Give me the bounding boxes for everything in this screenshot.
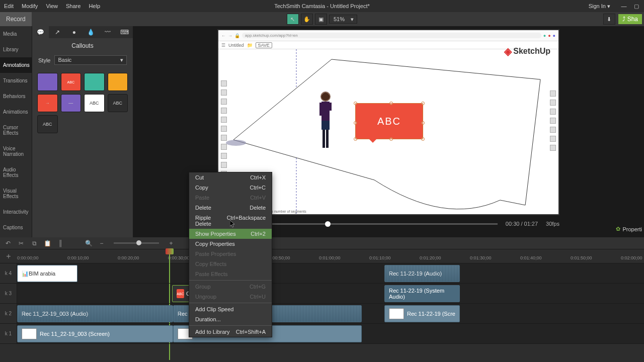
callout-thumb[interactable] [37,73,58,91]
cut-icon[interactable]: ✂ [17,240,25,247]
sidebar-item-voice-narration[interactable]: Voice Narration [0,141,32,162]
address-bar: app.sketchup.com/app?hl=en [242,33,541,38]
tab-callouts-icon[interactable]: 💬 [32,26,49,38]
menubar: Edit Modify View Share Help TechSmith Ca… [0,0,644,12]
sidebar-item-captions[interactable]: Captions [0,220,32,235]
sidebar: Media Library Annotations Transitions Be… [0,26,32,237]
svg-rect-4 [321,121,330,130]
tab-sketch-icon[interactable]: 〰 [99,26,116,38]
track-head[interactable]: k 4 [0,263,17,283]
callout-thumb[interactable]: → [37,94,58,112]
menu-share[interactable]: Share [66,3,80,9]
ctx-paste: PasteCtrl+V [189,193,272,203]
ctx-ungroup: UngroupCtrl+U [189,292,272,302]
annotations-panel: 💬 ↗ ● 💧 〰 ⌨ Callouts Style Basic ▾ ABC →… [32,26,133,237]
sign-in[interactable]: Sign In ▾ [589,3,610,10]
callout-thumb[interactable]: ABC [37,115,58,133]
zoom-icon: 🔍 [85,240,93,247]
timeline-ruler[interactable]: + 0:00:00;00 0:00:10;00 0:00:20;00 0:00:… [0,249,644,263]
split-icon[interactable]: ║ [56,240,64,247]
ctx-duration[interactable]: Duration... [189,314,272,324]
ctx-copy-effects: Copy Effects [189,259,272,269]
clip-screen[interactable]: Rec 11-22-19 (Scre [384,305,460,322]
track-head[interactable]: k 1 [0,324,17,343]
crop-tool-icon[interactable]: ▣ [315,14,327,25]
share-button[interactable]: ⤴ Sha [618,14,642,24]
tab-arrow-icon[interactable]: ↗ [49,26,65,38]
panel-title: Callouts [32,38,133,53]
callout-bubble[interactable]: ABC [355,103,423,139]
menu-help[interactable]: Help [89,3,100,9]
svg-rect-7 [319,103,321,116]
sidebar-item-transitions[interactable]: Transitions [0,73,32,88]
ctx-cut[interactable]: CutCtrl+X [189,172,272,183]
zoom-in-icon[interactable]: + [167,240,175,247]
callout-thumb[interactable]: ABC [84,94,105,112]
menu-edit[interactable]: Edit [4,3,14,9]
context-menu: CutCtrl+X CopyCtrl+C PasteCtrl+V DeleteD… [189,172,272,337]
callout-thumb[interactable] [108,73,128,91]
callout-thumb[interactable]: — [61,94,82,112]
zoom-slider[interactable] [114,242,159,244]
add-track-icon[interactable]: + [6,252,11,261]
zoom-out-icon[interactable]: − [98,240,106,247]
forward-icon: → [228,33,232,38]
hand-tool-icon[interactable]: ✋ [301,14,313,25]
undo-icon[interactable]: ↶ [4,240,12,247]
clip-audio[interactable]: Rec 11_22-19_003 (Audio) [17,305,173,322]
sidebar-item-behaviors[interactable]: Behaviors [0,88,32,104]
back-icon: ← [221,33,226,38]
fps-display: 30fps [546,221,559,227]
svg-rect-5 [323,130,325,148]
menu-modify[interactable]: Modify [22,3,38,9]
folder-icon: 📁 [247,43,253,48]
ctx-paste-effects: Paste Effects [189,269,272,279]
tab-blur-icon[interactable]: 💧 [83,26,99,38]
ctx-add-clip-speed[interactable]: Add Clip Speed [189,304,272,314]
cursor-icon [230,220,236,228]
sidebar-item-animations[interactable]: Animations [0,104,32,120]
ctx-show-properties[interactable]: Show PropertiesCtrl+2 [189,229,272,239]
lock-icon: 🔒 [234,33,240,38]
sidebar-item-audio-effects[interactable]: Audio Effects [0,162,32,183]
ctx-delete[interactable]: DeleteDelete [189,203,272,213]
window-title: TechSmith Camtasia - Untitled Project* [274,3,370,9]
select-tool-icon[interactable]: ↖ [287,14,299,25]
clip-audio[interactable]: Rec 11-22-19 (Audio) [384,265,460,282]
ctx-paste-properties: Paste Properties [189,249,272,259]
sidebar-item-interactivity[interactable]: Interactivity [0,204,32,220]
maximize-icon[interactable]: ▢ [633,3,640,10]
callout-thumb[interactable]: ABC [108,94,128,112]
ctx-copy-properties[interactable]: Copy Properties [189,239,272,249]
paste-icon[interactable]: 📋 [43,240,51,247]
ctx-group: GroupCtrl+G [189,282,272,292]
clip-system-audio[interactable]: Rec 11-22-19 (System Audio) [384,285,460,302]
svg-rect-8 [330,103,332,111]
tab-shapes-icon[interactable]: ● [66,26,83,38]
svg-rect-6 [326,130,329,148]
sidebar-item-library[interactable]: Library [0,42,32,57]
menu-view[interactable]: View [46,3,58,9]
copy-icon[interactable]: ⧉ [30,240,38,247]
sidebar-item-visual-effects[interactable]: Visual Effects [0,183,32,204]
track-head[interactable]: k 3 [0,284,17,303]
properties-button[interactable]: ✿ Properti [616,226,642,232]
zoom-select[interactable]: 51% ▾ [329,15,357,24]
sidebar-item-cursor-effects[interactable]: Cursor Effects [0,120,32,141]
callout-grid: ABC → — ABC ABC ABC [32,69,133,137]
download-icon[interactable]: ⬇ [603,14,615,25]
record-button[interactable]: Record [0,12,32,26]
clip-logo[interactable]: 📊 BIM arabia [17,265,77,282]
sidebar-item-media[interactable]: Media [0,26,32,42]
track-head[interactable]: k 2 [0,304,17,323]
callout-thumb[interactable] [84,73,105,91]
tab-keystroke-icon[interactable]: ⌨ [116,26,133,38]
callout-thumb[interactable]: ABC [61,73,82,91]
clip-screen[interactable]: Rec 11_22-19_003 (Screen) [17,325,173,342]
ctx-add-to-library[interactable]: Add to LibraryCtrl+Shift+A [189,327,272,337]
style-select[interactable]: Basic ▾ [54,55,127,65]
sidebar-item-annotations[interactable]: Annotations [0,57,32,73]
minimize-icon[interactable]: — [620,3,627,9]
ctx-copy[interactable]: CopyCtrl+C [189,183,272,193]
seek-bar[interactable] [236,223,498,225]
